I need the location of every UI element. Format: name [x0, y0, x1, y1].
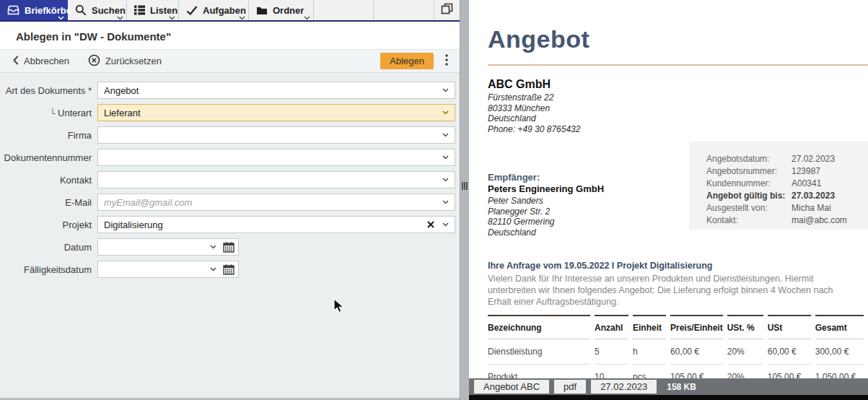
tab-suchen[interactable]: Suchen — [68, 0, 127, 20]
reset-button[interactable]: Zurücksetzen — [88, 54, 162, 69]
meta-row: Kundennummer:A00341 — [706, 178, 868, 190]
splitter-grip-icon — [462, 182, 468, 190]
chevron-down-icon[interactable] — [117, 16, 123, 20]
chevron-down-icon[interactable] — [169, 16, 175, 20]
field-row-projekt: ProjektDigitalisierung — [0, 216, 460, 233]
main-navigation-bar: BriefkörbeSuchenListenAufgabenOrdner — [0, 0, 460, 22]
field-label-projekt: Projekt — [0, 219, 97, 230]
tab-ordner[interactable]: Ordner — [249, 0, 314, 20]
field-row-art-des-dokuments: Art des Dokuments *Angebot — [0, 82, 460, 99]
field-label-kontakt: Kontakt — [0, 175, 97, 186]
tab-briefkoerbe[interactable]: Briefkörbe — [0, 0, 68, 20]
sender-address-lines: Fürstenstraße 2280333 MünchenDeutschland… — [488, 92, 868, 134]
chevron-left-icon — [13, 56, 19, 67]
toolbar-spacer — [374, 0, 434, 20]
field-label-faelligkeitsdatum: Fälligkeitsdatum — [0, 264, 97, 275]
chevron-down-icon[interactable] — [442, 110, 449, 115]
chevron-down-icon[interactable] — [58, 16, 64, 20]
column-header: USt — [768, 315, 811, 339]
clear-value-icon[interactable] — [427, 221, 434, 228]
meta-value: A00341 — [792, 178, 821, 190]
table-cell: h — [633, 339, 666, 365]
field-input-kontakt[interactable] — [97, 171, 455, 188]
document-page: Angebot ABC GmbH Fürstenstraße 2280333 M… — [469, 0, 868, 378]
recipient-address-block: Empfänger: Peters Engineering GmbH Peter… — [488, 172, 690, 238]
address-line: Fürstenstraße 22 — [488, 92, 868, 103]
chevron-down-icon[interactable] — [442, 178, 449, 182]
restore-window-icon — [441, 3, 454, 18]
file-type-chip[interactable]: pdf — [554, 380, 586, 394]
calendar-icon[interactable] — [223, 264, 234, 275]
circle-x-icon — [88, 54, 100, 69]
field-input-email[interactable]: myEmail@gmail.com — [97, 194, 455, 211]
check-icon — [186, 6, 198, 15]
cancel-button[interactable]: Abbrechen — [13, 56, 69, 67]
meta-label: Kundennummer: — [706, 178, 792, 190]
meta-row: Angebotsnummer:123987 — [706, 165, 868, 178]
table-row: Dienstleistung5h60,00 €20%60,00 €300,00 … — [488, 339, 864, 365]
field-row-kontakt: Kontakt — [0, 171, 460, 188]
document-date-chip[interactable]: 27.02.2023 — [591, 380, 657, 394]
chevron-down-icon[interactable] — [442, 200, 449, 204]
chevron-down-icon[interactable] — [442, 155, 449, 160]
meta-row: Angebotsdatum:27.02.2023 — [706, 153, 868, 165]
more-options-button[interactable] — [442, 53, 451, 70]
offer-subject-line: Ihre Anfrage vom 19.05.2022 I Projekt Di… — [488, 261, 855, 271]
field-input-dokumentennummer[interactable] — [97, 149, 455, 166]
field-value-email: myEmail@gmail.com — [98, 197, 455, 208]
field-input-firma[interactable] — [97, 126, 455, 144]
table-cell: Dienstleistung — [488, 339, 590, 365]
meta-value: Micha Mai — [792, 202, 831, 214]
address-line: Deutschland — [488, 227, 690, 238]
field-row-unterart: └UnterartLieferant — [0, 104, 460, 121]
chevron-down-icon[interactable] — [210, 267, 216, 271]
chevron-down-icon[interactable] — [304, 16, 310, 20]
title-divider — [488, 64, 868, 66]
field-row-datum: Datum — [0, 238, 460, 256]
viewer-window-button[interactable] — [434, 0, 460, 20]
field-label-unterart: └Unterart — [0, 108, 97, 118]
calendar-icon[interactable] — [223, 242, 234, 253]
field-input-art-des-dokuments[interactable]: Angebot — [97, 82, 455, 99]
table-cell: pcs — [633, 365, 666, 378]
address-line: Peter Sanders — [488, 196, 690, 206]
meta-value: mai@abc.com — [792, 214, 847, 227]
document-status-bar: Angebot ABCpdf27.02.2023158 KB — [469, 378, 868, 395]
document-name-chip[interactable]: Angebot ABC — [474, 380, 549, 394]
table-cell: 1 050,00 € — [815, 365, 864, 378]
field-row-firma: Firma — [0, 126, 460, 144]
document-title: Angebot — [488, 25, 868, 53]
chevron-down-icon[interactable] — [442, 88, 449, 92]
chevron-down-icon[interactable] — [442, 133, 449, 137]
line-items-table: BezeichnungAnzahlEinheitPreis/EinheitUSt… — [483, 315, 868, 378]
chevron-down-icon[interactable] — [442, 222, 449, 227]
chevron-down-icon[interactable] — [210, 245, 216, 249]
column-header: Anzahl — [595, 315, 628, 339]
store-button[interactable]: Ablegen — [380, 53, 434, 69]
meta-label: Angebotsnummer: — [706, 165, 792, 178]
panel-splitter[interactable] — [460, 0, 469, 400]
tab-aufgaben[interactable]: Aufgaben — [179, 0, 249, 20]
chevron-down-icon[interactable] — [239, 16, 245, 20]
field-input-projekt[interactable]: Digitalisierung — [97, 216, 455, 233]
tab-label: Listen — [150, 5, 177, 16]
field-row-email: E-MailmyEmail@gmail.com — [0, 194, 460, 211]
meta-label: Angebot gültig bis: — [706, 190, 792, 202]
field-label-email: E-Mail — [0, 197, 97, 208]
field-input-unterart[interactable]: Lieferant — [97, 104, 455, 121]
table-cell: 105,00 € — [768, 365, 811, 378]
store-dialog-panel: BriefkörbeSuchenListenAufgabenOrdner Abl… — [0, 0, 460, 400]
tab-label: Aufgaben — [203, 5, 246, 16]
field-input-faelligkeitsdatum[interactable] — [97, 261, 239, 278]
table-header-row: BezeichnungAnzahlEinheitPreis/EinheitUSt… — [488, 315, 864, 339]
field-input-datum[interactable] — [97, 238, 239, 256]
toolbar-spacer — [314, 0, 374, 20]
file-size-label: 158 KB — [667, 382, 696, 392]
sender-name: ABC GmbH — [488, 77, 868, 92]
table-cell: 10 — [595, 365, 628, 378]
meta-label: Kontakt: — [706, 214, 792, 227]
table-row: Produkt10pcs105,00 €20%105,00 €1 050,00 … — [488, 365, 864, 378]
tab-listen[interactable]: Listen — [127, 0, 179, 20]
column-header: Preis/Einheit — [670, 315, 723, 339]
field-label-dokumentennummer: Dokumentennummer — [0, 152, 97, 163]
